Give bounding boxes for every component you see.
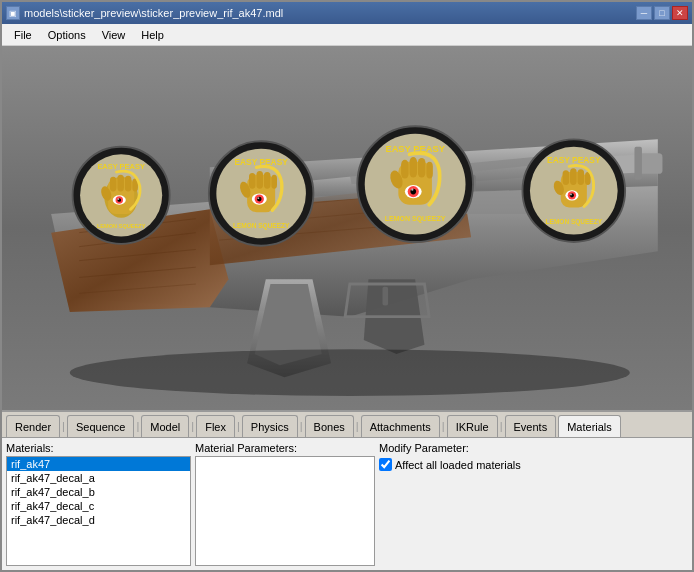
tab-events[interactable]: Events — [505, 415, 557, 437]
svg-text:LEMON SQUEEZY: LEMON SQUEEZY — [233, 222, 290, 230]
minimize-button[interactable]: ─ — [636, 6, 652, 20]
window-controls: ─ □ ✕ — [636, 6, 688, 20]
modify-row: Modify Parameter: — [379, 442, 688, 454]
tab-flex[interactable]: Flex — [196, 415, 235, 437]
tab-materials[interactable]: Materials — [558, 415, 621, 437]
viewport: EASY PEASY LEMON SQUEEZY — [2, 46, 692, 410]
svg-rect-40 — [271, 175, 277, 189]
menu-file[interactable]: File — [6, 27, 40, 43]
svg-point-59 — [411, 189, 413, 191]
tabs-row: Render | Sequence | Model | Flex | Physi… — [2, 412, 692, 438]
menu-options[interactable]: Options — [40, 27, 94, 43]
svg-rect-67 — [578, 169, 585, 185]
svg-point-16 — [70, 349, 630, 396]
materials-list[interactable]: rif_ak47 rif_ak47_decal_a rif_ak47_decal… — [6, 456, 191, 566]
svg-rect-53 — [418, 158, 425, 178]
svg-rect-54 — [426, 162, 433, 179]
svg-rect-37 — [249, 173, 256, 189]
panel-content: Materials: rif_ak47 rif_ak47_decal_a rif… — [2, 438, 692, 570]
svg-rect-39 — [264, 172, 271, 189]
menu-help[interactable]: Help — [133, 27, 172, 43]
gun-render: EASY PEASY LEMON SQUEEZY — [2, 46, 692, 410]
list-item[interactable]: rif_ak47_decal_d — [7, 513, 190, 527]
tab-attachments[interactable]: Attachments — [361, 415, 440, 437]
svg-rect-23 — [110, 177, 117, 192]
tab-sequence[interactable]: Sequence — [67, 415, 135, 437]
modify-section: Modify Parameter: Affect all loaded mate… — [379, 442, 688, 566]
svg-text:LEMON SQUEEZY: LEMON SQUEEZY — [546, 218, 603, 226]
svg-point-45 — [257, 197, 259, 199]
svg-point-31 — [117, 198, 119, 200]
svg-rect-5 — [382, 287, 388, 306]
tab-bones[interactable]: Bones — [305, 415, 354, 437]
materials-section: Materials: rif_ak47 rif_ak47_decal_a rif… — [6, 442, 191, 566]
app-icon: ▣ — [6, 6, 20, 20]
svg-rect-65 — [563, 170, 570, 185]
svg-rect-38 — [256, 171, 263, 189]
svg-point-73 — [570, 193, 572, 195]
window-title: models\sticker_preview\sticker_preview_r… — [24, 7, 283, 19]
affect-all-label[interactable]: Affect all loaded materials — [395, 459, 521, 471]
affect-all-wrapper: Affect all loaded materials — [379, 458, 688, 471]
params-label: Material Parameters: — [195, 442, 375, 454]
modify-label: Modify Parameter: — [379, 442, 469, 454]
list-item[interactable]: rif_ak47 — [7, 457, 190, 471]
menu-bar: File Options View Help — [2, 24, 692, 46]
svg-rect-1 — [639, 153, 662, 174]
params-section: Material Parameters: — [195, 442, 375, 566]
svg-text:EASY PEASY: EASY PEASY — [547, 155, 601, 165]
main-window: ▣ models\sticker_preview\sticker_preview… — [0, 0, 694, 572]
tab-render[interactable]: Render — [6, 415, 60, 437]
svg-rect-2 — [634, 147, 641, 180]
svg-text:LEMON SQUEEZY: LEMON SQUEEZY — [97, 223, 146, 229]
close-button[interactable]: ✕ — [672, 6, 688, 20]
list-item[interactable]: rif_ak47_decal_c — [7, 499, 190, 513]
svg-point-44 — [257, 197, 262, 202]
menu-view[interactable]: View — [94, 27, 134, 43]
svg-rect-66 — [570, 168, 577, 185]
params-box — [195, 456, 375, 566]
bottom-panel: Render | Sequence | Model | Flex | Physi… — [2, 410, 692, 570]
tab-physics[interactable]: Physics — [242, 415, 298, 437]
list-item[interactable]: rif_ak47_decal_b — [7, 485, 190, 499]
materials-label: Materials: — [6, 442, 191, 454]
svg-rect-25 — [125, 176, 132, 192]
title-bar: ▣ models\sticker_preview\sticker_preview… — [2, 2, 692, 24]
svg-rect-51 — [401, 160, 408, 179]
svg-rect-24 — [117, 175, 124, 192]
list-item[interactable]: rif_ak47_decal_a — [7, 471, 190, 485]
tab-ikrule[interactable]: IKRule — [447, 415, 498, 437]
svg-text:LEMON SQUEEZY: LEMON SQUEEZY — [385, 215, 446, 223]
svg-rect-52 — [410, 157, 417, 178]
tab-model[interactable]: Model — [141, 415, 189, 437]
affect-all-checkbox[interactable] — [379, 458, 392, 471]
maximize-button[interactable]: □ — [654, 6, 670, 20]
